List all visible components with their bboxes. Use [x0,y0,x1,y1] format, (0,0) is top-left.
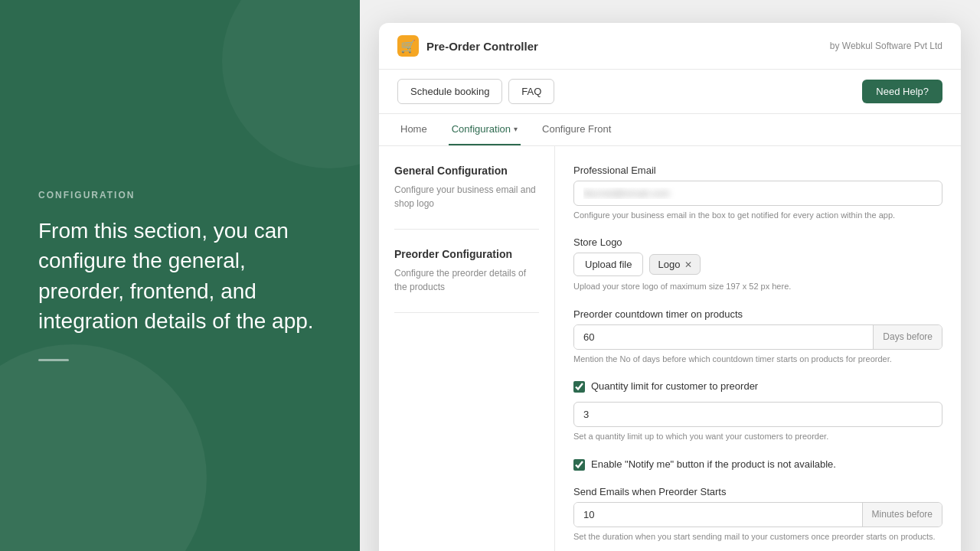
app-icon: 🛒 [397,35,419,57]
countdown-label: Preorder countdown timer on products [573,308,942,320]
quantity-limit-checkbox[interactable] [573,381,585,393]
content-sidebar: General Configuration Configure your bus… [379,146,555,551]
tab-home[interactable]: Home [397,114,430,145]
store-logo-hint: Upload your store logo of maximum size 1… [573,281,942,292]
general-config-desc: Configure your business email and shop l… [394,183,539,210]
configuration-dropdown-icon: ▾ [514,125,518,133]
tab-configuration[interactable]: Configuration ▾ [449,114,521,145]
left-panel: CONFIGURATION From this section, you can… [0,0,360,551]
quantity-limit-label: Quantity limit for customer to preorder [591,380,758,392]
tab-configure-front[interactable]: Configure Front [539,114,614,145]
logo-badge-label: Logo [658,259,680,270]
top-bar: 🛒 Pre-Order Controller by Webkul Softwar… [379,23,961,70]
professional-email-group: Professional Email Configure your busine… [573,165,942,221]
need-help-button[interactable]: Need Help? [862,80,942,103]
countdown-group: Preorder countdown timer on products Day… [573,308,942,365]
notify-me-checkbox-row: Enable "Notify me" button if the product… [573,458,942,471]
content-form: Professional Email Configure your busine… [555,146,961,551]
action-bar: Schedule booking FAQ Need Help? [379,70,961,114]
config-label: CONFIGURATION [38,190,322,201]
quantity-limit-group: Quantity limit for customer to preorder … [573,380,942,442]
app-card: 🛒 Pre-Order Controller by Webkul Softwar… [379,23,961,551]
nav-tabs: Home Configuration ▾ Configure Front [379,114,961,146]
send-emails-label: Send Emails when Preorder Starts [573,486,942,497]
app-title-area: 🛒 Pre-Order Controller [397,35,538,57]
left-heading: From this section, you can configure the… [38,216,322,336]
store-logo-group: Store Logo Upload file Logo ✕ Upload you… [573,236,942,292]
logo-badge: Logo ✕ [649,254,701,275]
send-emails-suffix: Minutes before [862,503,942,527]
professional-email-hint: Configure your business email in the box… [573,210,942,221]
notify-me-label: Enable "Notify me" button if the product… [591,458,836,470]
countdown-hint: Mention the No of days before which coun… [573,354,942,365]
send-emails-input[interactable] [574,503,862,527]
preorder-config-title: Preorder Configuration [394,248,539,260]
send-emails-group: Send Emails when Preorder Starts Minutes… [573,486,942,543]
preorder-config-desc: Configure the preorder details of the pr… [394,266,539,294]
general-config-section: General Configuration Configure your bus… [394,165,539,230]
schedule-booking-button[interactable]: Schedule booking [397,79,502,104]
upload-area: Upload file Logo ✕ [573,253,942,276]
store-logo-label: Store Logo [573,236,942,248]
action-bar-left: Schedule booking FAQ [397,79,554,104]
quantity-limit-input[interactable] [573,402,942,427]
send-emails-hint: Set the duration when you start sending … [573,531,942,543]
content-area: General Configuration Configure your bus… [379,146,961,551]
quantity-limit-hint: Set a quantity limit up to which you wan… [573,431,942,442]
faq-button[interactable]: FAQ [508,79,554,104]
quantity-limit-checkbox-row: Quantity limit for customer to preorder [573,380,942,393]
countdown-input-wrapper: Days before [573,324,942,350]
general-config-title: General Configuration [394,165,539,177]
professional-email-input[interactable] [573,181,942,206]
countdown-suffix: Days before [873,325,942,349]
upload-file-button[interactable]: Upload file [573,253,643,276]
divider-line [38,359,69,361]
notify-me-group: Enable "Notify me" button if the product… [573,458,942,471]
logo-remove-icon[interactable]: ✕ [684,259,692,270]
notify-me-checkbox[interactable] [573,459,585,471]
app-title: Pre-Order Controller [426,40,538,53]
preorder-config-section: Preorder Configuration Configure the pre… [394,230,539,313]
right-panel: 🛒 Pre-Order Controller by Webkul Softwar… [360,0,980,551]
send-emails-input-wrapper: Minutes before [573,502,942,527]
professional-email-label: Professional Email [573,165,942,176]
by-label: by Webkul Software Pvt Ltd [830,41,942,51]
countdown-input[interactable] [574,325,873,349]
